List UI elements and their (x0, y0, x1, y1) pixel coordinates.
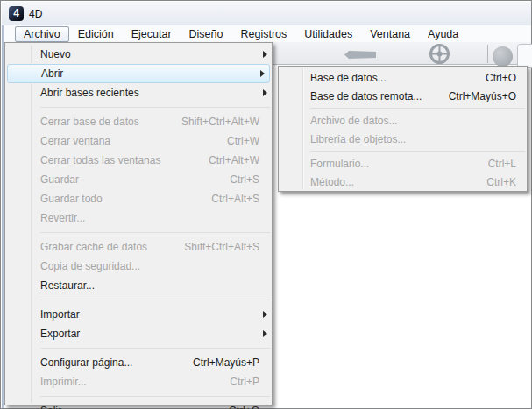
menu-item-cerrar-todas-las-ventanas: Cerrar todas las ventanas Ctrl+Alt+W (5, 151, 272, 170)
menu-item-label: Base de datos... (310, 72, 387, 84)
sphere-icon[interactable] (493, 46, 513, 67)
menu-item-label: Importar (40, 308, 80, 321)
menu-item-shortcut: Ctrl+Mayús+O (449, 90, 516, 102)
submenu-arrow-icon (263, 311, 267, 318)
submenu-arrow-icon (263, 51, 267, 58)
title-bar[interactable]: 4 4D (2, 2, 531, 25)
pencil-icon[interactable] (344, 51, 376, 59)
menu-item-shortcut: Ctrl+K (486, 176, 516, 188)
menu-item-label: Configurar página... (40, 356, 132, 369)
app-window: 4 4D Archivo Edición Ejecutar Diseño Reg… (0, 0, 532, 409)
menu-item-shortcut: Ctrl+W (227, 135, 259, 147)
menu-item-shortcut: Ctrl+Alt+W (209, 154, 259, 166)
menu-item-label: Librería de objetos... (310, 133, 406, 145)
menu-item-shortcut: Ctrl+P (230, 376, 259, 388)
menubar-item-edicion[interactable]: Edición (69, 26, 123, 42)
menu-item-label: Formulario... (310, 158, 369, 170)
menu-item-label: Imprimir... (40, 376, 87, 388)
menu-item-label: Restaurar... (40, 279, 95, 292)
wheel-icon[interactable] (429, 43, 450, 65)
submenu-item-base-de-datos-remota[interactable]: Base de datos remota... Ctrl+Mayús+O (279, 87, 527, 105)
menu-item-label: Exportar (40, 328, 80, 340)
menu-item-label: Salir (40, 405, 61, 409)
menu-item-label: Grabar caché de datos (40, 241, 147, 253)
menu-item-label: Archivo de datos... (310, 115, 397, 127)
menubar-item-ventana[interactable]: Ventana (361, 26, 419, 42)
menu-separator (5, 295, 272, 305)
menu-separator (279, 105, 527, 111)
submenu-arrow-icon (260, 70, 265, 77)
menu-separator (5, 391, 272, 401)
submenu-item-formulario: Formulario... Ctrl+L (279, 154, 527, 173)
menu-bar: Archivo Edición Ejecutar Diseño Registro… (4, 25, 531, 42)
menu-item-label: Cerrar todas las ventanas (40, 154, 160, 166)
menu-item-copia-de-seguridad: Copia de seguridad... (5, 257, 272, 276)
menu-item-configurar-pagina[interactable]: Configurar página... Ctrl+Mayús+P (5, 353, 272, 372)
menu-item-shortcut: Shift+Ctrl+Alt+S (184, 241, 259, 253)
menu-item-label: Guardar (40, 173, 79, 186)
menu-item-salir[interactable]: Salir Ctrl+Q (5, 401, 272, 409)
4d-app-icon: 4 (9, 6, 24, 21)
menu-item-label: Cerrar base de datos (40, 116, 139, 128)
submenu-item-archivo-de-datos: Archivo de datos... (279, 111, 527, 130)
menu-item-guardar-todo: Guardar todo Ctrl+Alt+S (5, 189, 272, 208)
menu-separator (5, 228, 272, 237)
menu-item-shortcut: Shift+Ctrl+Alt+W (181, 116, 259, 128)
menu-item-abrir[interactable]: Abrir (7, 64, 270, 83)
menu-item-shortcut: Ctrl+S (230, 173, 259, 186)
menu-item-guardar: Guardar Ctrl+S (5, 170, 272, 189)
menubar-item-diseno[interactable]: Diseño (181, 26, 232, 42)
abrir-submenu: Base de datos... Ctrl+O Base de datos re… (278, 66, 528, 192)
menu-item-imprimir: Imprimir... Ctrl+P (5, 372, 272, 391)
toolbar-panel-edge (517, 44, 532, 68)
menubar-item-utilidades[interactable]: Utilidades (295, 26, 361, 42)
toolbar-divider (487, 45, 488, 63)
menu-item-label: Método... (310, 176, 354, 188)
menu-item-shortcut: Ctrl+L (488, 158, 516, 170)
menu-item-label: Nuevo (40, 48, 71, 60)
menu-item-exportar[interactable]: Exportar (5, 324, 272, 343)
menubar-item-ejecutar[interactable]: Ejecutar (123, 26, 181, 42)
menu-item-shortcut: Ctrl+Mayús+P (193, 356, 259, 369)
menu-item-nuevo[interactable]: Nuevo (5, 45, 272, 64)
menu-item-cerrar-ventana: Cerrar ventana Ctrl+W (5, 131, 272, 151)
menu-item-label: Copia de seguridad... (40, 260, 140, 272)
menu-item-cerrar-base-de-datos: Cerrar base de datos Shift+Ctrl+Alt+W (5, 112, 272, 131)
menu-item-grabar-cache-de-datos: Grabar caché de datos Shift+Ctrl+Alt+S (5, 237, 272, 257)
menu-item-label: Cerrar ventana (40, 135, 110, 147)
menu-item-label: Guardar todo (40, 193, 103, 205)
submenu-item-base-de-datos[interactable]: Base de datos... Ctrl+O (279, 68, 527, 87)
window-title: 4D (29, 8, 42, 20)
submenu-arrow-icon (263, 89, 267, 96)
menu-item-revertir: Revertir... (5, 208, 272, 228)
submenu-item-libreria-de-objetos: Librería de objetos... (279, 130, 527, 148)
menu-separator (279, 148, 527, 154)
menu-item-label: Abrir (41, 67, 63, 80)
menubar-item-archivo[interactable]: Archivo (15, 26, 69, 42)
menu-separator (5, 102, 272, 112)
menu-item-restaurar[interactable]: Restaurar... (5, 276, 272, 295)
menu-item-shortcut: Ctrl+O (486, 72, 516, 84)
archivo-menu: Nuevo Abrir Abrir bases recientes Cerrar… (4, 42, 273, 405)
menubar-item-registros[interactable]: Registros (231, 26, 295, 42)
submenu-item-metodo: Método... Ctrl+K (279, 173, 527, 191)
submenu-arrow-icon (263, 330, 267, 337)
menu-item-shortcut: Ctrl+Q (229, 405, 259, 409)
menu-item-importar[interactable]: Importar (5, 305, 272, 324)
menubar-item-ayuda[interactable]: Ayuda (419, 26, 467, 42)
menu-item-abrir-bases-recientes[interactable]: Abrir bases recientes (5, 83, 272, 102)
menu-item-shortcut: Ctrl+Alt+S (211, 193, 259, 205)
menu-item-label: Revertir... (40, 212, 85, 224)
menu-item-label: Base de datos remota... (310, 90, 422, 102)
menu-separator (5, 343, 272, 353)
menu-item-label: Abrir bases recientes (40, 87, 139, 99)
